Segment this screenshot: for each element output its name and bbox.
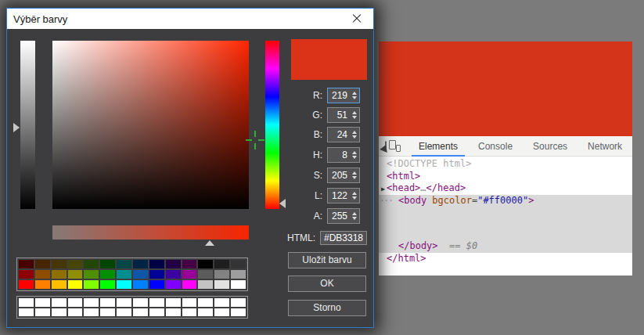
custom-swatch[interactable] xyxy=(231,308,246,317)
custom-swatch[interactable] xyxy=(100,308,115,317)
custom-swatch[interactable] xyxy=(133,308,148,317)
field-input[interactable]: 51 xyxy=(327,107,360,123)
tab-sources[interactable]: Sources xyxy=(523,136,577,157)
palette-swatch[interactable] xyxy=(52,270,67,279)
custom-swatch[interactable] xyxy=(35,308,50,317)
palette-swatch[interactable] xyxy=(182,270,197,279)
lightness-slider-handle-icon[interactable] xyxy=(13,123,20,132)
palette-swatch[interactable] xyxy=(117,260,131,268)
custom-swatch[interactable] xyxy=(117,308,131,317)
custom-swatch[interactable] xyxy=(166,298,181,307)
lightness-slider[interactable] xyxy=(20,41,35,209)
custom-swatch[interactable] xyxy=(133,298,148,307)
spin-up-icon[interactable] xyxy=(352,171,357,175)
custom-swatch[interactable] xyxy=(198,298,213,307)
palette-swatch[interactable] xyxy=(117,270,131,279)
custom-swatch[interactable] xyxy=(84,298,99,307)
spin-up-icon[interactable] xyxy=(352,92,357,95)
palette-swatch[interactable] xyxy=(166,280,181,289)
palette-swatch[interactable] xyxy=(214,280,229,289)
spin-down-icon[interactable] xyxy=(352,116,357,119)
palette-swatch[interactable] xyxy=(214,260,229,268)
palette-swatch[interactable] xyxy=(198,280,213,289)
custom-swatch[interactable] xyxy=(198,308,213,317)
field-input[interactable]: 205 xyxy=(327,168,360,183)
saturation-slider[interactable] xyxy=(52,225,249,240)
field-input[interactable]: 255 xyxy=(327,208,360,224)
spin-down-icon[interactable] xyxy=(352,217,357,220)
dom-tree-node[interactable]: ▶<head>…</head> xyxy=(379,182,632,195)
spin-up-icon[interactable] xyxy=(352,111,357,114)
palette-swatch[interactable] xyxy=(149,270,164,279)
custom-swatch[interactable] xyxy=(149,298,164,307)
palette-swatch[interactable] xyxy=(35,280,50,289)
custom-swatch[interactable] xyxy=(231,298,246,307)
palette-swatch[interactable] xyxy=(84,280,99,289)
ok-button[interactable]: OK xyxy=(288,276,366,292)
spin-up-icon[interactable] xyxy=(352,192,357,195)
palette-swatch[interactable] xyxy=(231,270,246,279)
saturation-slider-handle-icon[interactable] xyxy=(205,240,214,246)
palette-swatch[interactable] xyxy=(198,260,213,268)
custom-swatch[interactable] xyxy=(52,298,67,307)
tab-elements[interactable]: Elements xyxy=(408,136,468,157)
palette-swatch[interactable] xyxy=(100,270,115,279)
palette-swatch[interactable] xyxy=(182,260,197,268)
custom-swatch[interactable] xyxy=(182,308,197,317)
palette-swatch[interactable] xyxy=(100,260,115,268)
custom-swatch[interactable] xyxy=(19,308,34,317)
inspect-element-icon[interactable] xyxy=(385,141,387,151)
hue-slider[interactable] xyxy=(265,41,279,209)
dom-tree-node[interactable]: </body> == $0 xyxy=(379,240,632,253)
custom-swatch[interactable] xyxy=(68,298,83,307)
custom-swatch[interactable] xyxy=(149,308,164,317)
palette-swatch[interactable] xyxy=(182,280,197,289)
palette-swatch[interactable] xyxy=(35,270,50,279)
spin-down-icon[interactable] xyxy=(352,135,357,139)
palette-swatch[interactable] xyxy=(68,260,83,268)
spin-up-icon[interactable] xyxy=(352,151,357,154)
dom-tree-node[interactable]: ···<body bgcolor="#ff0000"> xyxy=(379,195,632,207)
palette-swatch[interactable] xyxy=(166,260,181,268)
palette-swatch[interactable] xyxy=(100,280,115,289)
palette-swatch[interactable] xyxy=(133,260,148,268)
palette-swatch[interactable] xyxy=(231,260,246,268)
spin-up-icon[interactable] xyxy=(352,212,357,215)
selection-region[interactable] xyxy=(379,207,632,240)
palette-swatch[interactable] xyxy=(133,280,148,289)
html-color-input[interactable]: #DB3318 xyxy=(320,231,367,245)
custom-swatch[interactable] xyxy=(214,298,229,307)
palette-swatch[interactable] xyxy=(19,260,34,268)
palette-swatch[interactable] xyxy=(68,280,83,289)
dom-tree-node[interactable]: <html> xyxy=(379,171,632,183)
custom-swatch[interactable] xyxy=(100,298,115,307)
palette-swatch[interactable] xyxy=(35,260,50,268)
palette-swatch[interactable] xyxy=(52,280,67,289)
custom-swatch[interactable] xyxy=(35,298,50,307)
palette-swatch[interactable] xyxy=(19,270,34,279)
spin-down-icon[interactable] xyxy=(352,176,357,179)
dom-tree-node[interactable]: <!DOCTYPE html> xyxy=(379,158,632,171)
palette-swatch[interactable] xyxy=(19,280,34,289)
palette-swatch[interactable] xyxy=(68,270,83,279)
expand-arrow-icon[interactable]: ▶ xyxy=(381,183,385,196)
field-input[interactable]: 219 xyxy=(327,88,360,103)
field-input[interactable]: 24 xyxy=(327,127,360,142)
palette-swatch[interactable] xyxy=(198,270,213,279)
field-input[interactable]: 8 xyxy=(327,147,360,163)
custom-swatch[interactable] xyxy=(214,308,229,317)
tab-console[interactable]: Console xyxy=(468,136,523,157)
field-input[interactable]: 122 xyxy=(327,188,360,204)
custom-swatch[interactable] xyxy=(166,308,181,317)
custom-swatch[interactable] xyxy=(182,298,197,307)
tab-network[interactable]: Network xyxy=(577,136,632,157)
custom-swatch[interactable] xyxy=(52,308,67,317)
spin-down-icon[interactable] xyxy=(352,96,357,99)
saturation-value-area[interactable] xyxy=(52,41,249,209)
palette-swatch[interactable] xyxy=(84,270,99,279)
palette-swatch[interactable] xyxy=(231,280,246,289)
custom-swatch[interactable] xyxy=(84,308,99,317)
palette-swatch[interactable] xyxy=(214,270,229,279)
spin-down-icon[interactable] xyxy=(352,196,357,200)
palette-swatch[interactable] xyxy=(133,270,148,279)
